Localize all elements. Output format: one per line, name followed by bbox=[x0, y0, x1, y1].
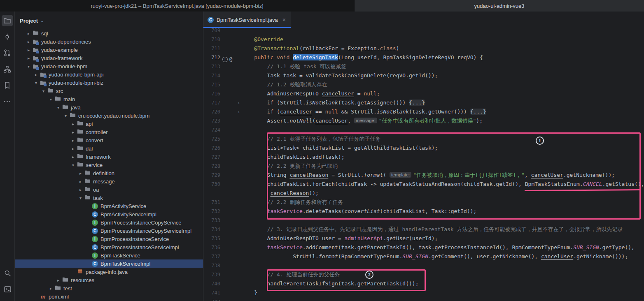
tree-item-yudao-module-bpm[interactable]: ▾yudao-module-bpm bbox=[15, 62, 203, 70]
tree-item-test[interactable]: ▸test bbox=[15, 284, 203, 292]
project-icon[interactable] bbox=[2, 15, 13, 26]
code-text[interactable]: if (cancelUser == null && StrUtil.isNotB… bbox=[241, 107, 486, 116]
chevron-collapsed-icon[interactable]: ▸ bbox=[25, 31, 32, 36]
gutter[interactable] bbox=[220, 144, 241, 153]
code-text[interactable]: } bbox=[241, 288, 257, 297]
line-number[interactable]: 723 bbox=[203, 116, 220, 125]
gutter[interactable] bbox=[220, 171, 241, 180]
overrides-method-icon[interactable]: ↑ bbox=[222, 57, 228, 62]
line-number[interactable]: 713 bbox=[203, 62, 220, 71]
gutter[interactable] bbox=[220, 270, 241, 279]
code-text[interactable]: childTaskList.add(task); bbox=[241, 153, 344, 162]
bookmarks-icon[interactable] bbox=[2, 79, 13, 91]
gutter[interactable] bbox=[220, 207, 241, 216]
code-text[interactable]: List<Task> childTaskList = getAllChildTa… bbox=[241, 144, 438, 153]
tree-item-convert[interactable]: ▸convert bbox=[15, 136, 203, 144]
chevron-collapsed-icon[interactable]: ▸ bbox=[70, 155, 77, 159]
code-text[interactable]: taskService.addComment(task.getParentTas… bbox=[241, 243, 635, 252]
gutter[interactable] bbox=[220, 279, 241, 288]
tree-item-resources[interactable]: ▸resources bbox=[15, 276, 203, 284]
tree-item-bpmtaskserviceimpl[interactable]: CBpmTaskServiceImpl bbox=[15, 259, 203, 268]
code-text[interactable]: StrUtil.format(BpmCommentTypeEnum.SUB_SI… bbox=[241, 252, 628, 261]
gutter[interactable] bbox=[220, 62, 241, 71]
gutter[interactable] bbox=[220, 243, 241, 252]
code-text[interactable]: @Transactional(rollbackFor = Exception.c… bbox=[241, 44, 399, 53]
gutter[interactable] bbox=[220, 89, 241, 98]
gutter[interactable] bbox=[220, 216, 241, 225]
search-icon[interactable] bbox=[2, 267, 13, 279]
fold-chevron-icon[interactable]: › bbox=[237, 108, 240, 117]
pull-requests-icon[interactable] bbox=[2, 47, 13, 58]
gutter[interactable] bbox=[220, 288, 241, 297]
code-text[interactable]: AdminUserRespDTO cancelUser = null; bbox=[241, 89, 380, 98]
chevron-collapsed-icon[interactable]: ▸ bbox=[70, 146, 77, 151]
tree-item-task[interactable]: ▾task bbox=[15, 194, 203, 202]
chevron-collapsed-icon[interactable]: ▸ bbox=[55, 278, 62, 282]
tree-item-bpmprocessinstanceserviceimpl[interactable]: CBpmProcessInstanceServiceImpl bbox=[15, 243, 203, 251]
chevron-collapsed-icon[interactable]: ▸ bbox=[70, 130, 77, 134]
gutter[interactable] bbox=[220, 198, 241, 207]
line-number[interactable]: 740 bbox=[203, 279, 220, 288]
gutter[interactable] bbox=[220, 28, 241, 35]
line-number[interactable]: 726 bbox=[203, 144, 220, 153]
tree-item-bpmprocessinstanceservice[interactable]: IBpmProcessInstanceService bbox=[15, 235, 203, 243]
tree-item-bpmactivityservice[interactable]: IBpmActivityService bbox=[15, 202, 203, 210]
line-number[interactable]: 720 bbox=[203, 107, 220, 116]
line-number[interactable]: 728 bbox=[203, 162, 220, 171]
gutter[interactable] bbox=[220, 116, 241, 125]
tree-item-message[interactable]: ▸message bbox=[15, 177, 203, 185]
tree-item-sql[interactable]: ▸sql bbox=[15, 29, 203, 37]
line-number[interactable]: 729 bbox=[203, 171, 220, 180]
gutter[interactable] bbox=[220, 125, 241, 134]
chevron-expanded-icon[interactable]: ▾ bbox=[62, 113, 69, 118]
line-number[interactable]: 709 bbox=[203, 28, 220, 35]
chevron-expanded-icon[interactable]: ▾ bbox=[47, 97, 54, 102]
gutter[interactable] bbox=[220, 35, 241, 44]
tree-item-yudao-framework[interactable]: ▸yudao-framework bbox=[15, 54, 203, 62]
project-panel-header[interactable]: Project ⌄ bbox=[20, 15, 44, 26]
code-text[interactable]: Assert.notNull(cancelUser, message:"任务中没… bbox=[241, 116, 483, 125]
gutter[interactable] bbox=[220, 261, 241, 270]
tree-item-src[interactable]: ▾src bbox=[15, 87, 203, 95]
chevron-collapsed-icon[interactable]: ▸ bbox=[70, 138, 77, 143]
code-text[interactable]: // 1.1 校验 task 可以被减签 bbox=[241, 62, 346, 71]
tree-item-pom-xml[interactable]: mpom.xml bbox=[15, 292, 203, 301]
tree-item-controller[interactable]: ▸controller bbox=[15, 128, 203, 136]
chevron-expanded-icon[interactable]: ▾ bbox=[33, 81, 40, 85]
code-text[interactable]: AdminUserRespDTO user = adminUserApi.get… bbox=[241, 234, 438, 243]
tree-item-bpmprocessinstancecopyserviceimpl[interactable]: CBpmProcessInstanceCopyServiceImpl bbox=[15, 227, 203, 235]
chevron-collapsed-icon[interactable]: ▸ bbox=[77, 188, 84, 192]
gutter[interactable] bbox=[220, 297, 241, 301]
chevron-collapsed-icon[interactable]: ▸ bbox=[25, 39, 32, 44]
gutter[interactable] bbox=[220, 252, 241, 261]
chevron-collapsed-icon[interactable]: ▸ bbox=[25, 48, 32, 52]
gutter[interactable]: ↑@ bbox=[220, 53, 241, 62]
chevron-collapsed-icon[interactable]: ▸ bbox=[47, 286, 54, 291]
commit-icon[interactable] bbox=[2, 31, 13, 42]
tree-item-definition[interactable]: ▸definition bbox=[15, 169, 203, 177]
chevron-collapsed-icon[interactable]: ▸ bbox=[77, 171, 84, 176]
line-number[interactable]: 731 bbox=[203, 198, 220, 207]
line-number[interactable]: 734 bbox=[203, 225, 220, 234]
line-number[interactable]: 716 bbox=[203, 89, 220, 98]
code-text[interactable]: // 3. 记录日志到父任务中。先记录日志是因为，通过 handleParent… bbox=[241, 225, 623, 234]
line-number[interactable]: 712 bbox=[203, 53, 220, 62]
line-number[interactable]: 715 bbox=[203, 80, 220, 89]
tree-item-oa[interactable]: ▸oa bbox=[15, 185, 203, 194]
gutter[interactable] bbox=[220, 80, 241, 89]
chevron-expanded-icon[interactable]: ▾ bbox=[70, 163, 77, 167]
gutter[interactable] bbox=[220, 44, 241, 53]
tree-item-api[interactable]: ▸api bbox=[15, 120, 203, 128]
chevron-expanded-icon[interactable]: ▾ bbox=[40, 89, 47, 93]
gutter[interactable] bbox=[220, 162, 241, 171]
tree-item-yudao-module-bpm-api[interactable]: ▸yudao-module-bpm-api bbox=[15, 70, 203, 79]
line-number[interactable]: 742 bbox=[203, 297, 220, 301]
tree-item-service[interactable]: ▾service bbox=[15, 161, 203, 169]
tree-item-framework[interactable]: ▸framework bbox=[15, 153, 203, 161]
line-number[interactable]: 735 bbox=[203, 234, 220, 243]
gutter[interactable] bbox=[220, 153, 241, 162]
tree-item-bpmprocessinstancecopyservice[interactable]: IBpmProcessInstanceCopyService bbox=[15, 218, 203, 227]
chevron-collapsed-icon[interactable]: ▸ bbox=[33, 72, 40, 77]
gutter[interactable]: › bbox=[220, 107, 241, 116]
code-text[interactable]: handleParentTaskIfSign(task.getParentTas… bbox=[241, 279, 418, 288]
